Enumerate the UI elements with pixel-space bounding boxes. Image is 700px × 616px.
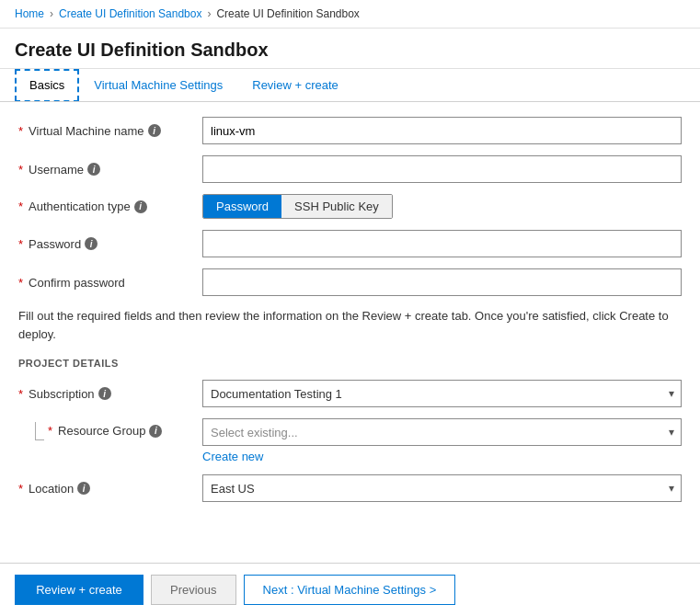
confirm-password-required: *	[18, 276, 23, 290]
tab-review-create[interactable]: Review + create	[237, 69, 353, 101]
resource-group-right: Select existing... ▾ Create new	[202, 418, 682, 463]
indent-corner	[35, 422, 44, 440]
resource-group-required: *	[48, 424, 52, 438]
breadcrumb-current: Create UI Definition Sandbox	[216, 7, 359, 20]
next-button[interactable]: Next : Virtual Machine Settings >	[244, 575, 456, 601]
username-required: *	[18, 163, 23, 177]
footer: Review + create Previous Next : Virtual …	[0, 563, 700, 601]
review-create-button[interactable]: Review + create	[15, 575, 143, 601]
password-label: * Password i	[18, 237, 202, 251]
location-select-wrapper: East US ▾	[202, 474, 682, 502]
resource-group-select[interactable]: Select existing...	[202, 418, 682, 446]
main-content: * Virtual Machine name i * Username i * …	[0, 102, 700, 601]
page-title: Create UI Definition Sandbox	[0, 29, 700, 69]
create-new-link[interactable]: Create new	[202, 450, 682, 463]
breadcrumb-sep-1: ›	[50, 7, 53, 20]
breadcrumb-sep-2: ›	[207, 7, 211, 20]
subscription-label: * Subscription i	[18, 387, 202, 401]
auth-type-toggle: Password SSH Public Key	[202, 194, 393, 219]
auth-btn-ssh[interactable]: SSH Public Key	[281, 195, 392, 218]
subscription-required: *	[18, 387, 23, 401]
breadcrumb-home[interactable]: Home	[15, 7, 44, 20]
vm-name-input[interactable]	[202, 117, 682, 144]
vm-name-label: * Virtual Machine name i	[18, 124, 202, 138]
resource-group-info-icon: i	[149, 425, 162, 438]
username-input[interactable]	[202, 155, 682, 183]
confirm-password-row: * Confirm password	[18, 268, 682, 296]
username-info-icon: i	[87, 163, 100, 176]
vm-name-info-icon: i	[148, 124, 161, 137]
password-info-icon: i	[85, 237, 98, 250]
tab-vm-settings[interactable]: Virtual Machine Settings	[79, 69, 237, 101]
breadcrumb: Home › Create UI Definition Sandbox › Cr…	[0, 0, 700, 29]
confirm-password-input[interactable]	[202, 268, 682, 296]
indent-line	[33, 418, 44, 440]
tab-bar: Basics Virtual Machine Settings Review +…	[0, 69, 700, 102]
subscription-select[interactable]: Documentation Testing 1	[202, 380, 682, 407]
confirm-password-label: * Confirm password	[18, 276, 202, 290]
location-label: * Location i	[18, 482, 202, 496]
resource-group-select-wrapper: Select existing... ▾	[202, 418, 682, 446]
password-row: * Password i	[18, 230, 682, 257]
previous-button[interactable]: Previous	[151, 575, 236, 601]
breadcrumb-parent[interactable]: Create UI Definition Sandbox	[59, 7, 201, 20]
subscription-info-icon: i	[98, 387, 111, 400]
auth-type-required: *	[18, 200, 23, 213]
username-label: * Username i	[18, 163, 202, 177]
vm-name-required: *	[18, 124, 23, 138]
resource-group-label: * Resource Group i	[48, 418, 162, 438]
resource-group-indent: * Resource Group i	[18, 418, 202, 440]
resource-group-row: * Resource Group i Select existing... ▾ …	[18, 418, 682, 463]
project-details-header: PROJECT DETAILS	[18, 358, 682, 369]
auth-type-label: * Authentication type i	[18, 200, 202, 213]
location-required: *	[18, 482, 23, 496]
password-input[interactable]	[202, 230, 682, 257]
password-required: *	[18, 237, 23, 251]
tab-basics[interactable]: Basics	[15, 69, 79, 101]
subscription-select-wrapper: Documentation Testing 1 ▾	[202, 380, 682, 407]
auth-type-info-icon: i	[134, 200, 147, 213]
username-row: * Username i	[18, 155, 682, 183]
info-text: Fill out the required fields and then re…	[18, 307, 682, 343]
location-select[interactable]: East US	[202, 474, 682, 502]
subscription-row: * Subscription i Documentation Testing 1…	[18, 380, 682, 407]
auth-btn-password[interactable]: Password	[203, 195, 281, 218]
auth-type-row: * Authentication type i Password SSH Pub…	[18, 194, 682, 219]
vm-name-row: * Virtual Machine name i	[18, 117, 682, 144]
location-row: * Location i East US ▾	[18, 474, 682, 502]
location-info-icon: i	[77, 482, 90, 495]
